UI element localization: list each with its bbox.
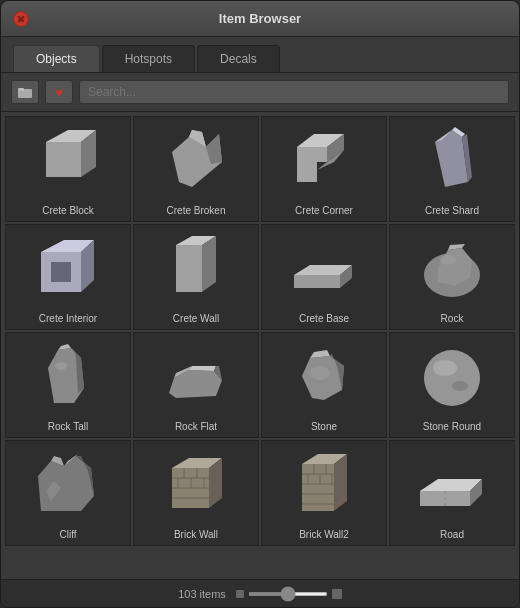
item-label: Crete Base xyxy=(299,313,349,325)
svg-rect-1 xyxy=(18,88,24,91)
list-item[interactable]: Crete Base xyxy=(261,224,387,330)
svg-marker-21 xyxy=(176,245,202,292)
item-thumbnail xyxy=(279,229,369,309)
status-bar: 103 items xyxy=(1,579,519,607)
item-grid: Crete Block Crete Broken xyxy=(5,116,515,546)
item-label: Crete Corner xyxy=(295,205,353,217)
content-area: Crete Block Crete Broken xyxy=(1,112,519,579)
svg-marker-20 xyxy=(51,262,71,282)
item-thumbnail xyxy=(23,229,113,309)
item-label: Crete Wall xyxy=(173,313,219,325)
list-item[interactable]: Stone xyxy=(261,332,387,438)
tab-bar: Objects Hotspots Decals xyxy=(1,37,519,73)
item-label: Brick Wall2 xyxy=(299,529,349,541)
heart-icon: ♥ xyxy=(55,85,63,100)
zoom-min-icon xyxy=(236,590,244,598)
list-item[interactable]: Rock xyxy=(389,224,515,330)
item-label: Rock Tall xyxy=(48,421,88,433)
svg-point-34 xyxy=(55,362,67,370)
item-label: Rock Flat xyxy=(175,421,217,433)
title-bar: Item Browser xyxy=(1,1,519,37)
item-label: Brick Wall xyxy=(174,529,218,541)
svg-point-44 xyxy=(433,360,457,376)
list-item[interactable]: Stone Round xyxy=(389,332,515,438)
svg-point-43 xyxy=(424,350,480,406)
item-thumbnail xyxy=(279,445,369,525)
item-thumbnail xyxy=(151,337,241,417)
item-label: Rock xyxy=(441,313,464,325)
list-item[interactable]: Crete Broken xyxy=(133,116,259,222)
svg-marker-2 xyxy=(46,142,81,177)
folder-button[interactable] xyxy=(11,80,39,104)
zoom-slider-container xyxy=(236,589,342,599)
tab-decals[interactable]: Decals xyxy=(197,45,280,72)
item-label: Stone xyxy=(311,421,337,433)
item-label: Road xyxy=(440,529,464,541)
list-item[interactable]: Road xyxy=(389,440,515,546)
list-item[interactable]: Crete Interior xyxy=(5,224,131,330)
toolbar: ♥ xyxy=(1,73,519,112)
item-count: 103 items xyxy=(178,588,226,600)
zoom-max-icon xyxy=(332,589,342,599)
item-thumbnail xyxy=(23,445,113,525)
list-item[interactable]: Rock Flat xyxy=(133,332,259,438)
list-item[interactable]: Cliff xyxy=(5,440,131,546)
item-label: Crete Interior xyxy=(39,313,97,325)
folder-icon xyxy=(18,86,32,98)
svg-marker-23 xyxy=(202,236,216,292)
item-thumbnail xyxy=(407,445,497,525)
close-button[interactable] xyxy=(13,11,29,27)
list-item[interactable]: Brick Wall2 xyxy=(261,440,387,546)
item-thumbnail xyxy=(151,445,241,525)
item-label: Crete Shard xyxy=(425,205,479,217)
favorites-button[interactable]: ♥ xyxy=(45,80,73,104)
tab-objects[interactable]: Objects xyxy=(13,45,100,72)
item-label: Crete Broken xyxy=(167,205,226,217)
item-label: Stone Round xyxy=(423,421,481,433)
item-label: Crete Block xyxy=(42,205,94,217)
list-item[interactable]: Rock Tall xyxy=(5,332,131,438)
item-thumbnail xyxy=(151,229,241,309)
zoom-slider[interactable] xyxy=(248,592,328,596)
window-title: Item Browser xyxy=(219,11,301,26)
list-item[interactable]: Crete Shard xyxy=(389,116,515,222)
item-label: Cliff xyxy=(59,529,76,541)
svg-point-42 xyxy=(310,366,330,380)
item-thumbnail xyxy=(407,337,497,417)
svg-point-30 xyxy=(440,255,456,265)
svg-marker-9 xyxy=(297,147,327,182)
item-thumbnail xyxy=(279,121,369,201)
item-grid-area[interactable]: Crete Block Crete Broken xyxy=(1,112,519,579)
item-thumbnail xyxy=(407,229,497,309)
item-browser-window: Item Browser Objects Hotspots Decals ♥ xyxy=(0,0,520,608)
list-item[interactable]: Crete Corner xyxy=(261,116,387,222)
search-input[interactable] xyxy=(79,80,509,104)
item-thumbnail xyxy=(407,121,497,201)
item-thumbnail xyxy=(151,121,241,201)
list-item[interactable]: Brick Wall xyxy=(133,440,259,546)
list-item[interactable]: Crete Block xyxy=(5,116,131,222)
svg-marker-24 xyxy=(294,275,340,288)
item-thumbnail xyxy=(23,121,113,201)
svg-marker-64 xyxy=(334,454,347,511)
item-thumbnail xyxy=(23,337,113,417)
svg-point-45 xyxy=(452,381,468,391)
tab-hotspots[interactable]: Hotspots xyxy=(102,45,195,72)
item-thumbnail xyxy=(279,337,369,417)
list-item[interactable]: Crete Wall xyxy=(133,224,259,330)
